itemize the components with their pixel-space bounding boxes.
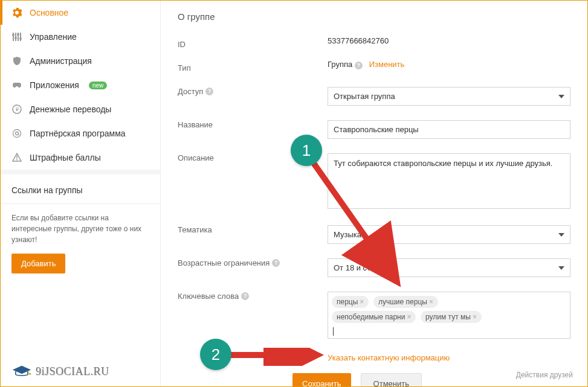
keyword-tag[interactable]: непобедимые парни× [332,311,416,323]
sidebar-item-apps[interactable]: Приложения new [1,73,160,97]
svg-point-14 [29,373,31,375]
remove-tag-icon[interactable]: × [473,313,477,321]
svg-point-10 [13,130,21,138]
annotation-arrow [227,348,324,366]
graduation-cap-icon [11,365,32,378]
id-value: 53377666842760 [328,36,570,45]
type-label: Тип [178,60,328,72]
keyword-tag[interactable]: перцы× [332,296,369,308]
sidebar-item-penalty[interactable]: Штрафные баллы [1,146,160,170]
sidebar-item-money[interactable]: ₽ Денежные переводы [1,97,160,121]
at-icon [11,128,22,139]
sidebar-item-manage[interactable]: Управление [1,25,160,49]
links-block-text: Если вы добавите ссылки на интересные гр… [11,213,149,245]
save-button[interactable]: Сохранить [292,373,351,386]
topic-label: Тематика [178,222,328,234]
id-label: ID [178,36,328,49]
age-label: Возрастные ограничения [178,258,270,267]
sidebar-item-admin[interactable]: Администрация [1,49,160,73]
nav-list: Основное Управление Администрация Прилож… [1,1,160,170]
svg-line-12 [312,161,390,272]
sidebar-item-label: Приложения [30,80,79,90]
annotation-arrow [306,155,409,287]
sidebar-item-label: Денежные переводы [30,104,111,114]
keywords-label: Ключевые слова [178,292,239,301]
cancel-button[interactable]: Отменить [361,373,422,386]
help-icon[interactable]: ? [205,88,213,95]
svg-point-7 [19,37,22,40]
help-icon[interactable]: ? [355,62,363,69]
keywords-input[interactable]: перцы× лучшие перцы× непобедимые парни× … [328,292,570,339]
sidebar: Основное Управление Администрация Прилож… [1,1,161,386]
warning-icon [11,152,22,163]
links-block-title: Ссылки на группы [11,185,149,195]
shield-icon [11,56,22,66]
watermark-text: 9iJSOCIAL.RU [36,365,109,378]
remove-tag-icon[interactable]: × [360,298,364,306]
sidebar-item-label: Основное [30,8,68,18]
svg-text:₽: ₽ [16,107,19,112]
sidebar-item-label: Штрафные баллы [30,153,101,162]
callout-1: 1 [291,135,322,166]
svg-point-5 [15,37,17,39]
svg-point-6 [17,33,19,36]
access-select[interactable]: Открытая группа [328,87,570,106]
keyword-tag[interactable]: лучшие перцы× [373,296,438,308]
name-input[interactable] [328,120,570,139]
help-icon[interactable]: ? [272,259,280,267]
coin-icon: ₽ [11,104,22,115]
remove-tag-icon[interactable]: × [429,298,433,306]
svg-point-11 [16,132,19,135]
sidebar-item-partner[interactable]: Партнёрская программа [1,121,160,146]
sidebar-item-label: Партнёрская программа [30,129,126,138]
sidebar-item-label: Администрация [30,56,92,66]
name-label: Название [178,117,328,129]
access-label: Доступ [178,87,203,96]
gear-icon [11,7,22,18]
callout-2: 2 [200,339,231,370]
watermark-logo: 9iJSOCIAL.RU [11,365,109,378]
footer-friends-actions[interactable]: Действия друзей [516,371,573,379]
svg-point-4 [12,34,15,36]
gamepad-icon [11,80,22,91]
new-badge: new [89,82,107,89]
help-icon[interactable]: ? [241,292,249,300]
type-value: Группа [328,60,352,69]
type-change-link[interactable]: Изменить [369,60,405,69]
keyword-tag[interactable]: рулим тут мы× [421,311,482,323]
remove-tag-icon[interactable]: × [407,313,411,321]
add-link-button[interactable]: Добавить [11,254,65,273]
sidebar-item-label: Управление [30,32,77,42]
links-block: Ссылки на группы Если вы добавите ссылки… [1,170,160,284]
sidebar-item-main[interactable]: Основное [1,1,160,25]
sliders-icon [11,31,22,42]
page-title: О группе [178,11,570,22]
contact-info-link[interactable]: Указать контактную информацию [328,353,450,362]
